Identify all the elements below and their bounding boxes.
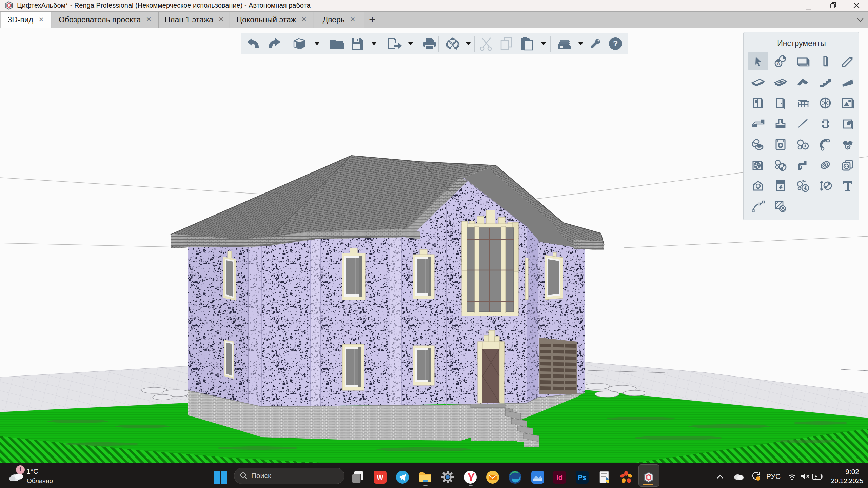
svg-text:W: W — [377, 473, 383, 481]
svg-text:?: ? — [613, 39, 618, 48]
svg-text:Id: Id — [556, 474, 563, 481]
svg-text:A: A — [777, 61, 780, 66]
svg-text:Ps: Ps — [578, 474, 586, 481]
